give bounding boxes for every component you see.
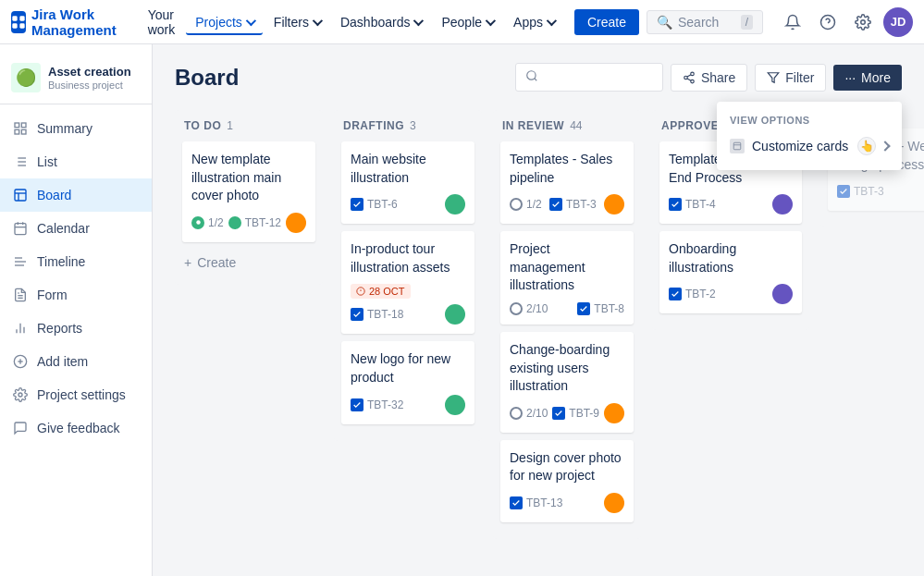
nav-apps[interactable]: Apps — [504, 9, 563, 35]
card-tbt-9-avatar — [604, 403, 624, 423]
sidebar-item-add-item[interactable]: Add item — [0, 345, 152, 378]
card-tbt-2[interactable]: Onboarding illustrations TBT-2 — [659, 231, 802, 313]
sidebar-item-give-feedback-label: Give feedback — [37, 421, 120, 435]
nav-apps-chevron — [547, 15, 557, 25]
card-tbt-12-avatar — [286, 213, 306, 233]
nav-your-work-label: Your work — [148, 7, 176, 37]
project-info: Asset creation Business project — [48, 65, 131, 91]
chevron-right-icon — [880, 141, 890, 151]
card-tbt-18-ticket-id: TBT-18 — [367, 308, 403, 321]
nav-icon-group: JD — [778, 7, 913, 37]
card-tbt-18[interactable]: In-product tour illustration assets 28 O… — [341, 231, 474, 334]
svg-rect-1 — [19, 16, 24, 20]
task-icon-7 — [510, 496, 523, 509]
svg-point-40 — [691, 80, 695, 83]
task-icon — [351, 198, 363, 211]
card-tbt-6-meta: TBT-6 — [351, 194, 465, 214]
card-tbt-8[interactable]: Project management illustrations 2/10 TB… — [500, 231, 634, 325]
svg-rect-17 — [15, 190, 26, 201]
add-label: Create — [197, 255, 236, 270]
global-search[interactable]: 🔍 Search / — [647, 10, 763, 34]
customize-cards-right: 👆 — [857, 137, 889, 155]
nav-people-label: People — [441, 15, 482, 30]
nav-dashboards[interactable]: Dashboards — [331, 9, 431, 35]
svg-rect-10 — [21, 129, 26, 134]
svg-rect-44 — [733, 142, 741, 150]
progress-icon-2 — [510, 302, 523, 315]
nav-filters[interactable]: Filters — [265, 9, 329, 35]
svg-rect-3 — [19, 23, 24, 28]
column-todo-title: TO DO — [184, 119, 221, 132]
card-tbt-32-ticket-id: TBT-32 — [367, 398, 403, 411]
nav-projects-label: Projects — [195, 15, 242, 30]
user-avatar[interactable]: JD — [883, 7, 913, 37]
svg-rect-7 — [15, 123, 19, 128]
card-tbt-32-avatar — [445, 395, 465, 415]
board-search[interactable] — [515, 63, 663, 92]
sidebar-item-reports[interactable]: Reports — [0, 312, 152, 345]
share-icon — [683, 71, 696, 84]
form-icon — [11, 286, 30, 304]
column-drafting-count: 3 — [410, 119, 416, 132]
card-tbt-12-title: New template illustration main cover pho… — [191, 151, 306, 205]
card-tbt-3-review-avatar — [604, 194, 624, 214]
card-tbt-3-review-progress: 1/2 — [510, 198, 542, 211]
sidebar-item-form[interactable]: Form — [0, 278, 152, 312]
sidebar-item-list[interactable]: List — [0, 145, 152, 178]
feedback-icon — [11, 419, 30, 437]
summary-icon — [11, 119, 30, 138]
help-button[interactable] — [813, 7, 843, 37]
card-tbt-9[interactable]: Change-boarding existing users illustrat… — [500, 332, 634, 433]
card-tbt-13-avatar — [604, 493, 624, 513]
sidebar-item-project-settings[interactable]: Project settings — [0, 378, 152, 411]
card-tbt-13[interactable]: Design cover photo for new project TBT-1… — [500, 440, 634, 522]
search-icon: 🔍 — [657, 15, 672, 30]
nav-dashboards-chevron — [413, 15, 424, 25]
create-button[interactable]: Create — [574, 9, 639, 35]
project-settings-icon — [11, 386, 30, 404]
task-icon-6 — [552, 407, 565, 420]
column-drafting: DRAFTING 3 Main website illustration TBT… — [334, 110, 482, 441]
nav-filters-label: Filters — [274, 15, 309, 30]
sidebar-item-timeline[interactable]: Timeline — [0, 245, 152, 278]
page-title: Board — [175, 65, 239, 91]
card-tbt-6[interactable]: Main website illustration TBT-6 — [341, 141, 474, 224]
column-todo: TO DO 1 New template illustration main c… — [175, 110, 323, 285]
sidebar-item-form-label: Form — [37, 288, 68, 302]
sidebar-item-calendar[interactable]: Calendar — [0, 212, 152, 245]
task-icon-5 — [577, 302, 590, 315]
card-tbt-12-id-text: 1/2 — [208, 216, 224, 229]
project-header: 🟢 Asset creation Business project — [0, 55, 152, 104]
more-button[interactable]: ··· More — [833, 65, 902, 91]
share-button[interactable]: Share — [671, 64, 747, 92]
notifications-button[interactable] — [778, 7, 807, 37]
nav-projects[interactable]: Projects — [186, 9, 263, 35]
column-todo-add[interactable]: + Create — [182, 250, 315, 276]
logo[interactable]: Jira Work Management — [11, 6, 124, 38]
card-tbt-9-meta: 2/10 TBT-9 — [510, 403, 624, 423]
nav-your-work[interactable]: Your work — [139, 2, 185, 43]
card-tbt-6-title: Main website illustration — [351, 151, 465, 187]
sidebar-item-give-feedback[interactable]: Give feedback — [0, 411, 152, 445]
filter-button[interactable]: Filter — [755, 64, 826, 92]
nav-people[interactable]: People — [432, 9, 502, 35]
task-icon-9 — [669, 288, 682, 300]
card-tbt-3-review[interactable]: Templates - Sales pipeline 1/2 TBT-3 — [500, 141, 634, 224]
card-tbt-32[interactable]: New logo for new product TBT-32 — [341, 341, 474, 423]
card-tbt-32-id: TBT-32 — [351, 398, 403, 411]
card-tbt-3-review-id: TBT-3 — [549, 198, 597, 211]
sidebar-item-add-item-label: Add item — [37, 354, 88, 369]
reports-icon — [11, 319, 30, 337]
customize-cards-item[interactable]: Customize cards 👆 — [717, 129, 902, 163]
sidebar-item-summary[interactable]: Summary — [0, 112, 152, 145]
svg-rect-2 — [12, 23, 17, 28]
sidebar-item-board[interactable]: Board — [0, 178, 152, 212]
settings-button[interactable] — [848, 7, 878, 37]
card-tbt-12[interactable]: New template illustration main cover pho… — [182, 141, 315, 242]
sidebar-item-project-settings-label: Project settings — [37, 387, 126, 402]
card-tbt-3-review-meta: 1/2 TBT-3 — [510, 194, 624, 214]
card-tbt-18-avatar — [445, 304, 465, 325]
nav-dashboards-label: Dashboards — [340, 15, 411, 30]
card-tbt-18-date: 28 OCT — [351, 284, 411, 299]
sidebar-item-summary-label: Summary — [37, 121, 92, 136]
